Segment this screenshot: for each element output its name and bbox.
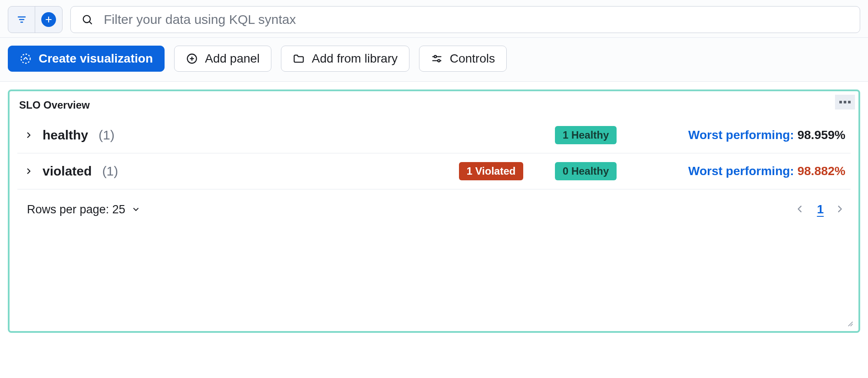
svg-point-12 <box>434 56 436 58</box>
healthy-badge: 0 Healthy <box>555 162 617 180</box>
panel-title: SLO Overview <box>17 96 851 117</box>
table-row: healthy (1) 1 Healthy Worst performing: … <box>17 117 851 153</box>
create-visualization-label: Create visualization <box>39 52 153 66</box>
expand-row-toggle[interactable] <box>23 129 35 141</box>
dashboard-canvas: SLO Overview healthy (1) 1 Healthy Worst… <box>0 82 868 333</box>
panel-resize-handle[interactable] <box>845 319 854 328</box>
healthy-badge: 1 Healthy <box>555 126 617 144</box>
folder-icon <box>293 53 305 65</box>
ellipsis-icon <box>839 101 851 103</box>
healthy-badge-slot: 0 Healthy <box>542 162 629 180</box>
svg-point-5 <box>83 16 90 23</box>
kql-search-box[interactable] <box>70 6 860 33</box>
panel-options-button[interactable] <box>835 95 855 109</box>
slo-overview-panel: SLO Overview healthy (1) 1 Healthy Worst… <box>8 90 860 333</box>
chevron-down-icon <box>132 205 140 214</box>
row-name: healthy <box>43 128 88 143</box>
plus-circle-icon <box>41 12 56 27</box>
worst-performing: Worst performing: 98.882% <box>637 164 845 178</box>
worst-value: 98.959% <box>797 128 845 142</box>
svg-point-14 <box>438 60 440 62</box>
add-from-library-button[interactable]: Add from library <box>281 46 409 72</box>
add-panel-button[interactable]: Add panel <box>174 46 271 72</box>
prev-page-button[interactable] <box>795 204 805 215</box>
lens-icon <box>20 53 32 65</box>
filter-icon <box>17 14 27 25</box>
controls-button[interactable]: Controls <box>419 46 507 72</box>
add-panel-label: Add panel <box>205 52 260 66</box>
sliders-icon <box>431 53 443 65</box>
expand-row-toggle[interactable] <box>23 165 35 177</box>
controls-label: Controls <box>450 52 495 66</box>
add-from-library-label: Add from library <box>312 52 398 66</box>
row-count: (1) <box>102 164 118 179</box>
search-icon <box>81 13 93 26</box>
resize-icon <box>845 319 854 328</box>
violated-badge: 1 Violated <box>459 162 524 180</box>
chevron-right-icon <box>835 204 845 214</box>
filter-button-group <box>8 6 63 33</box>
rows-per-page-selector[interactable]: Rows per page: 25 <box>27 203 140 216</box>
next-page-button[interactable] <box>835 204 845 215</box>
query-bar <box>0 0 868 38</box>
worst-label: Worst performing: <box>688 164 797 178</box>
row-name: violated <box>43 164 92 179</box>
rows-per-page-label: Rows per page: 25 <box>27 203 125 216</box>
svg-line-15 <box>848 322 853 326</box>
worst-value: 98.882% <box>797 164 845 178</box>
create-visualization-button[interactable]: Create visualization <box>8 46 165 72</box>
svg-line-16 <box>851 324 853 326</box>
table-row: violated (1) 1 Violated 0 Healthy Worst … <box>17 153 851 189</box>
chevron-right-icon <box>25 131 33 139</box>
healthy-badge-slot: 1 Healthy <box>542 126 629 144</box>
plus-circle-outline-icon <box>186 53 198 65</box>
row-count: (1) <box>99 128 115 143</box>
dashboard-toolbar: Create visualization Add panel Add from … <box>0 38 868 82</box>
kql-search-input[interactable] <box>103 12 849 27</box>
svg-line-6 <box>89 22 92 24</box>
chevron-left-icon <box>795 204 805 214</box>
table-footer: Rows per page: 25 1 <box>17 189 851 216</box>
filter-toggle-button[interactable] <box>8 7 35 33</box>
worst-label: Worst performing: <box>688 128 797 142</box>
violated-badge-slot: 1 Violated <box>448 162 535 180</box>
svg-point-7 <box>21 54 30 63</box>
worst-performing: Worst performing: 98.959% <box>637 128 845 142</box>
chevron-right-icon <box>25 167 33 175</box>
add-filter-button[interactable] <box>35 7 62 33</box>
current-page[interactable]: 1 <box>817 202 824 216</box>
pagination: 1 <box>795 202 845 216</box>
